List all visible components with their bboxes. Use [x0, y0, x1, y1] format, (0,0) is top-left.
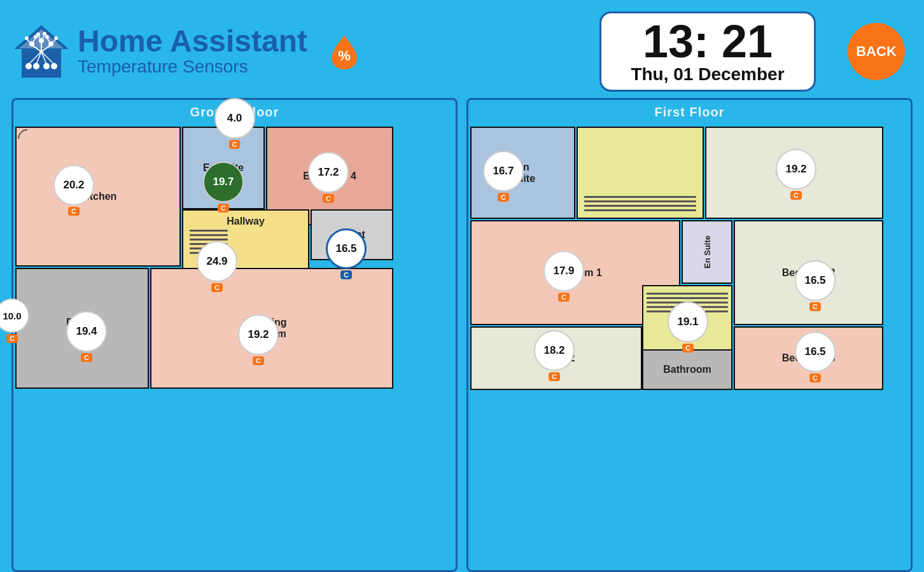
- sensor-bed3[interactable]: 16.5 C: [795, 331, 836, 382]
- sensor-bed3-value: 16.5: [804, 345, 825, 358]
- sensor-office1-value: 19.2: [785, 163, 806, 176]
- sensor-bed2[interactable]: 16.5 C: [795, 260, 836, 311]
- sensor-outside-value: 4.0: [227, 112, 242, 125]
- sensor-landing-bubble: 19.1: [668, 302, 708, 342]
- sensor-bed4[interactable]: 17.2 C: [308, 152, 349, 203]
- sensor-ensuite-gf-value: 19.7: [213, 176, 234, 188]
- sensor-dining-outside-value: 10.0: [3, 310, 21, 321]
- sensor-dining-value: 19.4: [76, 325, 97, 338]
- header: Home Assistant Temperature Sensors % 13:…: [0, 0, 924, 98]
- sensor-bed1[interactable]: 17.9 C: [543, 251, 584, 302]
- sensor-bed1-bubble: 17.9: [543, 251, 584, 291]
- sensor-ensuite-gf[interactable]: 19.7 C: [203, 162, 244, 213]
- svg-point-11: [25, 36, 29, 40]
- sensor-hallway-bubble: 24.9: [197, 241, 237, 282]
- sensor-kitchen-bubble: 20.2: [53, 165, 94, 206]
- first-floor-label: First Floor: [655, 105, 725, 120]
- sensor-office2-unit: C: [549, 372, 560, 381]
- sensor-living-bubble: 19.2: [238, 314, 279, 355]
- room-ensuite-ff2-label: En Suite: [703, 235, 712, 269]
- sensor-living[interactable]: 19.2 C: [238, 314, 279, 365]
- sensor-office2-value: 18.2: [543, 344, 564, 357]
- floors-container: Ground Floor Kitchen En Suite Bedroom 4 …: [0, 98, 924, 572]
- room-stairwell-ff: [577, 127, 704, 219]
- sensor-bed2-unit: C: [809, 302, 821, 311]
- sensor-ensuite-ff-value: 16.7: [493, 165, 514, 178]
- sensor-dining-bubble: 19.4: [66, 311, 107, 352]
- sensor-ensuite-ff[interactable]: 16.7 C: [483, 151, 524, 202]
- sensor-bed1-value: 17.9: [553, 265, 574, 277]
- logo-area: Home Assistant Temperature Sensors: [13, 23, 307, 80]
- sensor-hallway-unit: C: [211, 283, 223, 292]
- sensor-ensuite-ff-unit: C: [498, 193, 509, 202]
- sensor-bed2-bubble: 16.5: [795, 260, 836, 301]
- sensor-living-unit: C: [253, 356, 264, 365]
- sensor-toilet-bubble: 16.5: [326, 228, 367, 269]
- sensor-dining-outside-unit: C: [6, 334, 18, 343]
- sensor-ensuite-ff-bubble: 16.7: [483, 151, 524, 192]
- sensor-ensuite-gf-bubble: 19.7: [203, 162, 244, 202]
- clock-box: 13: 21 Thu, 01 December: [599, 11, 816, 92]
- sensor-bed1-unit: C: [558, 293, 570, 302]
- sensor-bed3-bubble: 16.5: [795, 331, 836, 372]
- svg-text:%: %: [338, 48, 351, 64]
- app-subtitle: Temperature Sensors: [78, 57, 307, 77]
- svg-point-19: [36, 32, 40, 36]
- first-floor-inner: EnSuite Office 1 Bedroom 1: [470, 127, 909, 568]
- room-ensuite-ff2: En Suite: [682, 220, 732, 284]
- sensor-hallway[interactable]: 24.9 C: [197, 241, 237, 292]
- sensor-landing-value: 19.1: [677, 316, 698, 328]
- room-bathroom: Bathroom: [642, 349, 732, 390]
- room-bathroom-label: Bathroom: [663, 364, 711, 375]
- svg-point-16: [54, 36, 58, 40]
- sensor-living-value: 19.2: [248, 328, 269, 341]
- sensor-bed4-bubble: 17.2: [308, 152, 349, 193]
- clock-time: 13: 21: [619, 18, 796, 64]
- sensor-ensuite-gf-unit: C: [218, 204, 229, 213]
- sensor-bed3-unit: C: [809, 373, 821, 382]
- ground-floor-inner: Kitchen En Suite Bedroom 4 Hallway: [15, 127, 454, 568]
- sensor-bed4-unit: C: [323, 194, 334, 203]
- sensor-landing[interactable]: 19.1 C: [668, 302, 708, 352]
- sensor-toilet-value: 16.5: [335, 242, 356, 255]
- sensor-office2[interactable]: 18.2 C: [534, 330, 575, 381]
- room-hallway-label: Hallway: [227, 216, 265, 227]
- first-floor-plan: First Floor EnSuite Office 1: [466, 98, 913, 572]
- sensor-kitchen[interactable]: 20.2 C: [53, 165, 94, 216]
- sensor-bed2-value: 16.5: [804, 274, 825, 287]
- clock-date: Thu, 01 December: [619, 64, 796, 85]
- sensor-outside-unit: C: [229, 140, 241, 149]
- sensor-hallway-value: 24.9: [206, 255, 227, 268]
- sensor-landing-unit: C: [682, 344, 694, 352]
- back-button[interactable]: BACK: [848, 23, 905, 80]
- sensor-kitchen-value: 20.2: [63, 179, 84, 192]
- sensor-dining-outside-bubble: 10.0: [0, 298, 29, 333]
- svg-point-15: [45, 35, 49, 39]
- room-kitchen: Kitchen: [15, 127, 181, 267]
- sensor-toilet[interactable]: 16.5 C: [326, 228, 367, 279]
- svg-point-20: [43, 32, 46, 36]
- sensor-kitchen-unit: C: [68, 207, 80, 216]
- sensor-office1[interactable]: 19.2 C: [776, 149, 816, 200]
- sensor-dining-outside[interactable]: 10.0 C: [0, 298, 29, 343]
- logo-icon: [13, 23, 70, 80]
- sensor-office2-bubble: 18.2: [534, 330, 575, 371]
- sensor-toilet-unit: C: [340, 270, 352, 279]
- sensor-dining-unit: C: [81, 353, 92, 362]
- app-title: Home Assistant: [78, 26, 307, 57]
- sensor-bed4-value: 17.2: [318, 166, 339, 179]
- sensor-dining[interactable]: 19.4 C: [66, 311, 107, 362]
- sensor-outside[interactable]: 4.0 C: [214, 98, 255, 149]
- sensor-office1-unit: C: [790, 191, 802, 200]
- title-area: Home Assistant Temperature Sensors: [78, 26, 307, 77]
- humidity-icon: %: [325, 32, 363, 71]
- ground-floor-plan: Ground Floor Kitchen En Suite Bedroom 4 …: [11, 98, 458, 572]
- sensor-office1-bubble: 19.2: [776, 149, 816, 190]
- sensor-outside-bubble: 4.0: [214, 98, 255, 139]
